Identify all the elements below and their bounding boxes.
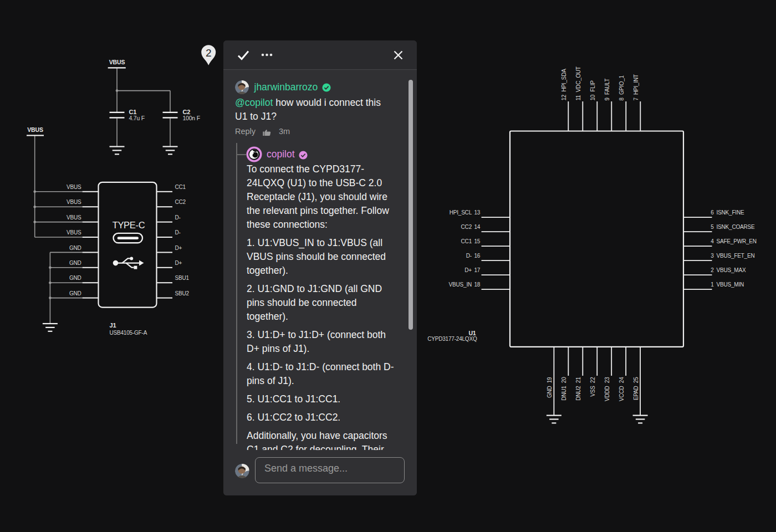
svg-text:VBUS_FET_EN: VBUS_FET_EN	[717, 253, 755, 259]
svg-text:TYPE-C: TYPE-C	[113, 220, 145, 230]
svg-text:17: 17	[474, 267, 481, 273]
svg-text:VBUS: VBUS	[67, 214, 81, 221]
svg-text:C2: C2	[182, 109, 190, 115]
svg-text:VBUS: VBUS	[109, 59, 125, 65]
svg-text:ISNK_COARSE: ISNK_COARSE	[717, 224, 755, 230]
svg-text:ISNK_FINE: ISNK_FINE	[717, 209, 744, 216]
svg-text:1: 1	[711, 282, 714, 288]
svg-text:GND: GND	[69, 275, 81, 281]
svg-text:D-: D-	[466, 253, 472, 259]
svg-text:2: 2	[711, 267, 714, 273]
svg-text:C1: C1	[129, 109, 137, 115]
svg-text:12 HPI_SDA: 12 HPI_SDA	[561, 69, 567, 101]
svg-text:11 VDC_OUT: 11 VDC_OUT	[575, 66, 581, 101]
svg-text:DNU2 21: DNU2 21	[575, 377, 581, 401]
svg-text:18: 18	[474, 282, 481, 288]
svg-text:5: 5	[711, 224, 714, 230]
svg-text:D+: D+	[175, 245, 182, 251]
svg-text:VBUS_IN: VBUS_IN	[449, 282, 472, 288]
svg-text:4: 4	[711, 238, 714, 244]
svg-text:10 FLIP: 10 FLIP	[590, 80, 596, 101]
svg-text:VBUS_MAX: VBUS_MAX	[717, 267, 746, 273]
svg-text:SBU1: SBU1	[175, 275, 190, 281]
svg-text:VBUS: VBUS	[67, 184, 81, 190]
svg-text:GND: GND	[69, 245, 81, 251]
svg-text:D-: D-	[175, 214, 181, 221]
svg-text:CC1: CC1	[461, 238, 472, 244]
svg-text:EPAD 25: EPAD 25	[633, 377, 639, 400]
svg-text:16: 16	[474, 253, 481, 259]
svg-text:8 GPIO_1: 8 GPIO_1	[619, 75, 625, 100]
svg-text:6: 6	[711, 209, 714, 216]
svg-text:4.7u F: 4.7u F	[129, 115, 145, 121]
svg-text:15: 15	[474, 238, 481, 244]
svg-text:DNU1 20: DNU1 20	[561, 377, 567, 401]
svg-text:CC1: CC1	[175, 184, 186, 190]
svg-text:VCCD 24: VCCD 24	[619, 377, 625, 401]
svg-text:CC2: CC2	[175, 199, 186, 205]
svg-text:J1: J1	[110, 322, 116, 329]
svg-text:GND 19: GND 19	[547, 377, 553, 398]
svg-text:14: 14	[474, 224, 481, 230]
svg-text:D+: D+	[175, 260, 182, 266]
svg-text:D-: D-	[175, 229, 181, 236]
svg-text:VDDD 23: VDDD 23	[604, 377, 610, 401]
svg-text:CC2: CC2	[461, 224, 472, 230]
svg-text:2: 2	[206, 47, 211, 59]
svg-text:13: 13	[474, 209, 481, 216]
svg-text:VBUS: VBUS	[27, 126, 43, 133]
svg-text:CYPD3177-24LQXQ: CYPD3177-24LQXQ	[427, 336, 477, 342]
svg-text:VSS 22: VSS 22	[590, 377, 596, 397]
svg-text:USB4105-GF-A: USB4105-GF-A	[110, 330, 147, 336]
svg-text:GND: GND	[69, 290, 81, 296]
svg-text:D+: D+	[464, 267, 472, 273]
svg-text:SAFE_PWR_EN: SAFE_PWR_EN	[717, 238, 757, 244]
svg-text:100n F: 100n F	[182, 115, 200, 121]
svg-text:U1: U1	[468, 330, 476, 336]
svg-text:7 HPI_INT: 7 HPI_INT	[633, 74, 639, 101]
svg-text:9 FAULT: 9 FAULT	[604, 79, 610, 101]
svg-text:VBUS_MIN: VBUS_MIN	[717, 282, 744, 288]
svg-text:VBUS: VBUS	[67, 199, 81, 205]
svg-text:SBU2: SBU2	[175, 290, 190, 296]
svg-text:GND: GND	[69, 260, 81, 266]
svg-text:VBUS: VBUS	[67, 229, 81, 236]
svg-text:3: 3	[711, 253, 714, 259]
svg-text:HPI_SCL: HPI_SCL	[450, 209, 472, 216]
